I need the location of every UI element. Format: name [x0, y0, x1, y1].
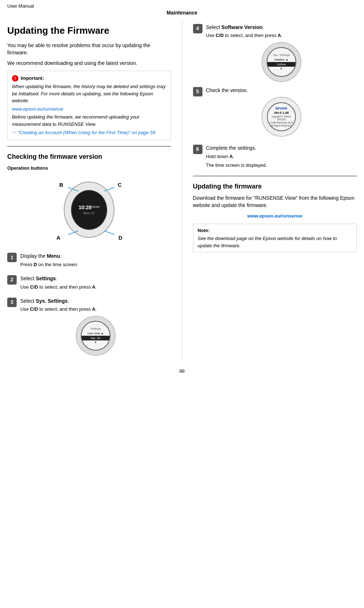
step-6-sub1: Hold down A.: [206, 153, 357, 160]
left-column: Updating the Firmware You may be able to…: [7, 20, 182, 361]
step-1-num: 1: [7, 253, 17, 262]
step-4-content: Select Software Version. Use C/D to sele…: [206, 24, 357, 82]
sys-settings-watch: Settings User Setti ▲ Sys. Se ▼: [76, 316, 116, 356]
watch-diagram: 10:28 39 AM MAY 27 B C A D: [53, 174, 125, 247]
step-6-sub2: The time screen is displayed.: [206, 162, 357, 169]
note-body: See the download page on the Epson websi…: [198, 235, 352, 249]
right-column: 4 Select Software Version. Use C/D to se…: [182, 20, 357, 361]
intro-p1: You may be able to resolve problems that…: [7, 42, 171, 56]
epson-link-2[interactable]: www.epson.eu/runsense: [193, 213, 357, 219]
step-3-title: Select Sys. Settings.: [20, 298, 171, 305]
section-divider-2: [193, 176, 357, 176]
see-link[interactable]: ☞ "Creating an Account (When Using for t…: [12, 129, 166, 136]
step-2-num: 2: [7, 275, 17, 285]
maintenance-label: Maintenance: [0, 9, 364, 17]
step-3: 3 Select Sys. Settings. Use C/D to selec…: [7, 298, 171, 356]
epson-link-1[interactable]: www.epson.eu/runsense: [12, 106, 166, 113]
step-2-sub: Use C/D to select, and then press A.: [20, 284, 171, 290]
step-5-num: 5: [193, 87, 202, 96]
epson-version-watch: EPSON Ver.0 1.40 copyright © SEIKO EPSON…: [262, 97, 301, 137]
button-b-label: B: [59, 181, 63, 189]
step-5-content: Check the version. EPSON Ver.0 1.40 copy…: [206, 87, 357, 140]
step-2-content: Select Settings. Use C/D to select, and …: [20, 275, 171, 293]
step-6-content: Complete the settings. Hold down A. The …: [206, 145, 357, 171]
step-5-title: Check the version.: [206, 87, 357, 94]
step-1-title: Display the Menu.: [20, 253, 171, 260]
epson-version-display: EPSON Ver.0 1.40 copyright © SEIKO EPSON…: [267, 102, 296, 131]
step-1-sub: Press D on the time screen.: [20, 261, 171, 268]
sys-inner-display: Settings User Setti ▲ Sys. Se ▼: [81, 321, 110, 351]
updating-title: Updating the firmware: [193, 182, 357, 191]
step-4-title: Select Software Version.: [206, 24, 357, 31]
page-title: Updating the Firmware: [7, 24, 171, 37]
intro-p2: We recommend downloading and using the l…: [7, 60, 171, 67]
checking-title: Checking the firmware version: [7, 152, 171, 161]
step-2-title: Select Settings.: [20, 275, 171, 282]
important-icon: !: [12, 75, 18, 82]
step-1-content: Display the Menu. Press D on the time sc…: [20, 253, 171, 270]
step-6: 6 Complete the settings. Hold down A. Th…: [193, 145, 357, 171]
note-title: Note:: [198, 227, 352, 234]
watch-face: 10:28 39 AM MAY 27: [71, 190, 107, 230]
step-4-sub: Use C/D to select, and then press A.: [206, 32, 357, 39]
step-6-title: Complete the settings.: [206, 145, 357, 152]
software-version-watch: Sys. Settings Initialize ▲ Softwa ▼: [262, 42, 301, 82]
step-2: 2 Select Settings. Use C/D to select, an…: [7, 275, 171, 293]
step-4-num: 4: [193, 24, 202, 33]
software-version-display: Sys. Settings Initialize ▲ Softwa ▼: [267, 47, 296, 77]
step-5: 5 Check the version. EPSON Ver.0 1.40 co…: [193, 87, 357, 140]
important-box: ! Important: When updating the firmware,…: [7, 71, 171, 140]
step-6-num: 6: [193, 145, 202, 154]
button-c-label: C: [118, 181, 122, 189]
step-3-content: Select Sys. Settings. Use C/D to select,…: [20, 298, 171, 356]
note-box: Note: See the download page on the Epson…: [193, 224, 357, 253]
section-divider-1: [7, 146, 171, 146]
button-a-label: A: [57, 234, 60, 241]
updating-p1: Download the firmware for "RUNSENSE View…: [193, 195, 357, 209]
page-number: 88: [0, 368, 364, 378]
operation-buttons-label: Operation buttons: [7, 165, 171, 171]
top-left-label: User Manual: [7, 3, 357, 9]
important-title: ! Important:: [12, 75, 166, 82]
button-d-label: D: [118, 234, 122, 241]
step-3-num: 3: [7, 298, 17, 307]
important-body: When updating the firmware, the history …: [12, 83, 166, 128]
step-1: 1 Display the Menu. Press D on the time …: [7, 253, 171, 270]
step-4: 4 Select Software Version. Use C/D to se…: [193, 24, 357, 82]
page-header: User Manual: [0, 0, 364, 9]
step-3-sub: Use C/D to select, and then press A.: [20, 306, 171, 313]
connector-d: [104, 231, 114, 235]
